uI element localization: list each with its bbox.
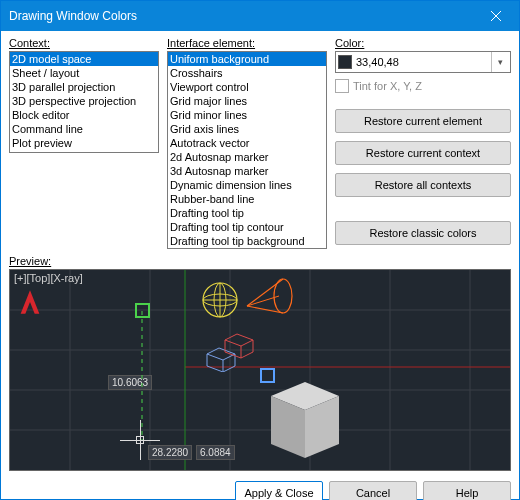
apply-close-button[interactable]: Apply & Close	[235, 481, 323, 500]
interface-item[interactable]: Uniform background	[168, 52, 326, 66]
interface-item[interactable]: 3d Autosnap marker	[168, 164, 326, 178]
interface-item[interactable]: 2d Autosnap marker	[168, 150, 326, 164]
tint-checkbox[interactable]: Tint for X, Y, Z	[335, 79, 511, 93]
context-item[interactable]: Plot preview	[10, 136, 158, 150]
restore-classic-colors-button[interactable]: Restore classic colors	[335, 221, 511, 245]
context-item[interactable]: Block editor	[10, 108, 158, 122]
help-button[interactable]: Help	[423, 481, 511, 500]
close-icon	[491, 11, 501, 21]
context-column: Context: 2D model spaceSheet / layout3D …	[9, 37, 159, 253]
color-swatch	[338, 55, 352, 69]
preview-viewport: [+][Top][X-ray]	[9, 269, 511, 471]
restore-all-contexts-button[interactable]: Restore all contexts	[335, 173, 511, 197]
context-item[interactable]: 3D perspective projection	[10, 94, 158, 108]
titlebar: Drawing Window Colors	[1, 1, 519, 31]
window-title: Drawing Window Colors	[9, 9, 473, 23]
color-label: Color:	[335, 37, 511, 49]
context-item[interactable]: 2D model space	[10, 52, 158, 66]
checkbox-icon	[335, 79, 349, 93]
interface-item[interactable]: Dynamic dimension lines	[168, 178, 326, 192]
interface-label: Interface element:	[167, 37, 327, 49]
interface-item[interactable]: Autotrack vector	[168, 136, 326, 150]
dialog-window: Drawing Window Colors Context: 2D model …	[0, 0, 520, 500]
chevron-down-icon: ▾	[491, 52, 508, 72]
interface-item[interactable]: Drafting tool tip contour	[168, 220, 326, 234]
preview-section: Preview: [+][Top][X-ray]	[1, 255, 519, 475]
restore-current-element-button[interactable]: Restore current element	[335, 109, 511, 133]
interface-item[interactable]: Viewport control	[168, 80, 326, 94]
context-item[interactable]: Command line	[10, 122, 158, 136]
context-item[interactable]: Sheet / layout	[10, 66, 158, 80]
restore-current-context-button[interactable]: Restore current context	[335, 141, 511, 165]
dialog-footer: Apply & Close Cancel Help	[1, 475, 519, 500]
color-value: 33,40,48	[356, 56, 487, 68]
interface-item[interactable]: Grid minor lines	[168, 108, 326, 122]
interface-item[interactable]: Crosshairs	[168, 66, 326, 80]
interface-item[interactable]: Rubber-band line	[168, 192, 326, 206]
context-label: Context:	[9, 37, 159, 49]
interface-item[interactable]: Grid major lines	[168, 94, 326, 108]
interface-listbox[interactable]: Uniform backgroundCrosshairsViewport con…	[167, 51, 327, 249]
interface-item[interactable]: Drafting tool tip	[168, 206, 326, 220]
interface-item[interactable]: Drafting tool tip background	[168, 234, 326, 248]
content-area: Context: 2D model spaceSheet / layout3D …	[1, 31, 519, 255]
preview-label: Preview:	[9, 255, 511, 267]
cancel-button[interactable]: Cancel	[329, 481, 417, 500]
color-combobox[interactable]: 33,40,48 ▾	[335, 51, 511, 73]
context-item[interactable]: 3D parallel projection	[10, 80, 158, 94]
right-column: Color: 33,40,48 ▾ Tint for X, Y, Z Resto…	[335, 37, 511, 253]
track-line-icon	[10, 270, 510, 470]
tint-label: Tint for X, Y, Z	[353, 80, 422, 92]
interface-item[interactable]: Grid axis lines	[168, 122, 326, 136]
context-listbox[interactable]: 2D model spaceSheet / layout3D parallel …	[9, 51, 159, 153]
close-button[interactable]	[473, 1, 519, 31]
interface-column: Interface element: Uniform backgroundCro…	[167, 37, 327, 253]
